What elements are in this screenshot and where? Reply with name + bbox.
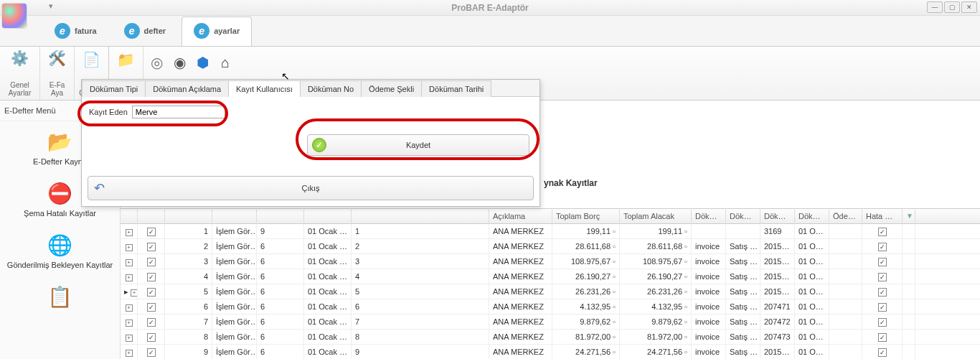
col-dok3[interactable]: Dök… <box>760 208 795 224</box>
save-button[interactable]: ✓ Kaydet <box>307 134 529 156</box>
checkbox[interactable]: ✓ <box>147 228 156 236</box>
col-dok1[interactable]: Dök… <box>692 208 726 224</box>
checkbox[interactable]: ✓ <box>147 318 156 327</box>
error-icon: ⛔ <box>45 180 75 206</box>
popup-tab[interactable]: Döküman Tarihi <box>421 80 491 97</box>
checkbox[interactable]: ✓ <box>878 288 887 297</box>
e-icon: e <box>124 23 140 39</box>
table-row[interactable]: ▸ +✓5İşlem Gör…601 Ocak …5ANA MERKEZ26.2… <box>121 284 980 299</box>
sidebar-item-label: Gönderilmiş Bekleyen Kayıtlar <box>7 261 113 269</box>
table-row[interactable]: +✓2İşlem Gör…601 Ocak …2ANA MERKEZ28.611… <box>121 239 980 254</box>
group-genel-ayarlar: Genel Ayarlar <box>3 80 37 98</box>
popup-tab[interactable]: Döküman Açıklama <box>145 80 229 97</box>
popup-tabs: Döküman TipiDöküman AçıklamaKayıt Kullan… <box>82 80 540 97</box>
exit-button[interactable]: ↶ Çıkış <box>88 176 534 200</box>
table-row[interactable]: +✓7İşlem Gör…601 Ocak …7ANA MERKEZ9.879,… <box>121 314 980 330</box>
e-icon: e <box>194 23 209 39</box>
col-aciklama[interactable]: Açıklama <box>489 208 552 224</box>
table-row[interactable]: +✓3İşlem Gör…601 Ocak …3ANA MERKEZ108.97… <box>121 254 980 269</box>
checkbox[interactable]: ✓ <box>878 333 887 342</box>
checkbox[interactable]: ✓ <box>147 258 156 266</box>
grid-header: Açıklama Toplam Borç Toplam Alacak Dök… … <box>121 208 980 224</box>
expand-icon[interactable]: + <box>131 289 138 297</box>
checkbox[interactable]: ✓ <box>878 243 887 251</box>
app-icon-3[interactable]: ⌂ <box>215 52 235 73</box>
table-row[interactable]: +✓9İşlem Gör…601 Ocak …9ANA MERKEZ24.271… <box>121 345 980 359</box>
field-label-kayit-eden: Kayıt Eden <box>89 108 128 116</box>
checkbox[interactable]: ✓ <box>147 348 156 357</box>
expand-icon[interactable]: + <box>126 229 133 236</box>
checkbox[interactable]: ✓ <box>147 288 156 297</box>
office-icon[interactable]: ⬢ <box>192 52 212 73</box>
titlebar: ▾ ProBAR E-Adaptör — ▢ ✕ <box>0 0 980 16</box>
kayit-eden-input[interactable] <box>132 106 225 118</box>
sidebar-item-extra[interactable]: 📋 <box>0 276 120 317</box>
clipboard-icon: 📋 <box>45 284 75 309</box>
gear-icon[interactable]: ⚙️ <box>10 48 30 68</box>
tab-fatura[interactable]: efatura <box>43 17 108 46</box>
section-title: ynak Kayıtlar <box>544 178 598 188</box>
checkbox[interactable]: ✓ <box>147 303 156 312</box>
expand-icon[interactable]: + <box>126 274 133 281</box>
popup-tab[interactable]: Ödeme Şekli <box>361 80 422 97</box>
maximize-button[interactable]: ▢ <box>944 1 960 13</box>
expand-icon[interactable]: + <box>126 335 133 342</box>
back-arrow-icon: ↶ <box>94 180 105 196</box>
ribbon-tabs: efatura edefter eayarlar <box>0 16 980 46</box>
table-row[interactable]: +✓6İşlem Gör…601 Ocak …6ANA MERKEZ4.132,… <box>121 299 980 314</box>
data-grid: Açıklama Toplam Borç Toplam Alacak Dök… … <box>121 208 980 359</box>
app-icon-1[interactable]: ◎ <box>146 52 166 73</box>
col-toplam-borc[interactable]: Toplam Borç <box>552 208 620 224</box>
popup-tab[interactable]: Döküman No <box>300 80 362 97</box>
table-row[interactable]: +✓8İşlem Gör…601 Ocak …8ANA MERKEZ81.972… <box>121 330 980 345</box>
checkbox[interactable]: ✓ <box>147 333 156 342</box>
col-dok4[interactable]: Dök… <box>795 208 829 224</box>
sidebar-item-bekleyen[interactable]: 🌐 Gönderilmiş Bekleyen Kayıtlar <box>0 225 120 276</box>
globe-icon: 🌐 <box>45 232 75 258</box>
expand-icon[interactable]: + <box>126 304 133 312</box>
tools-icon[interactable]: 🛠️ <box>47 48 67 68</box>
checkbox[interactable]: ✓ <box>147 273 156 281</box>
checkbox[interactable]: ✓ <box>147 243 156 251</box>
col-toplam-alacak[interactable]: Toplam Alacak <box>620 208 692 224</box>
table-row[interactable]: +✓1İşlem Gör…901 Ocak …1ANA MERKEZ199,11… <box>121 224 980 239</box>
minimize-button[interactable]: — <box>927 1 943 13</box>
col-dok2[interactable]: Dök… <box>726 208 760 224</box>
popup-tab[interactable]: Döküman Tipi <box>82 80 146 97</box>
checkbox[interactable]: ✓ <box>878 318 887 327</box>
checkbox[interactable]: ✓ <box>878 258 887 266</box>
filter-popup: Döküman TipiDöküman AçıklamaKayıt Kullan… <box>81 79 540 207</box>
check-icon: ✓ <box>312 138 326 152</box>
folder-icon[interactable]: 📁 <box>116 50 136 70</box>
checkbox[interactable]: ✓ <box>878 273 887 281</box>
expand-icon[interactable]: + <box>126 350 133 357</box>
close-button[interactable]: ✕ <box>961 1 977 13</box>
table-row[interactable]: +✓4İşlem Gör…601 Ocak …4ANA MERKEZ26.190… <box>121 269 980 284</box>
expand-icon[interactable]: + <box>126 259 133 266</box>
app-title: ProBAR E-Adaptör <box>451 3 528 13</box>
col-hata[interactable]: Hata D… <box>862 208 903 224</box>
expand-icon[interactable]: + <box>126 244 133 251</box>
exit-button-label: Çıkış <box>301 184 319 192</box>
group-efa: E-Fa Aya <box>43 80 71 98</box>
e-icon: e <box>55 23 70 39</box>
tab-defter[interactable]: edefter <box>113 17 178 46</box>
checkbox[interactable]: ✓ <box>878 228 887 236</box>
app-icon-2[interactable]: ◉ <box>169 52 189 73</box>
folder-open-icon: 📂 <box>45 129 75 154</box>
popup-tab[interactable]: Kayıt Kullanıcısı <box>228 80 301 97</box>
app-logo <box>1 3 27 29</box>
qat-dropdown-icon[interactable]: ▾ <box>49 1 53 11</box>
checkbox[interactable]: ✓ <box>878 303 887 312</box>
expand-icon[interactable]: + <box>126 320 133 327</box>
filter-icon[interactable]: ▼ <box>906 208 913 224</box>
sidebar-item-label: E-Defter Kayna <box>33 157 87 166</box>
save-button-label: Kaydet <box>406 141 430 149</box>
sidebar-item-label: Şema Hatalı Kayıtlar <box>24 209 96 218</box>
document-icon[interactable]: 📄 <box>82 50 102 70</box>
tab-ayarlar[interactable]: eayarlar <box>182 17 252 46</box>
col-ode[interactable]: Öde… <box>829 208 862 224</box>
checkbox[interactable]: ✓ <box>878 348 887 357</box>
